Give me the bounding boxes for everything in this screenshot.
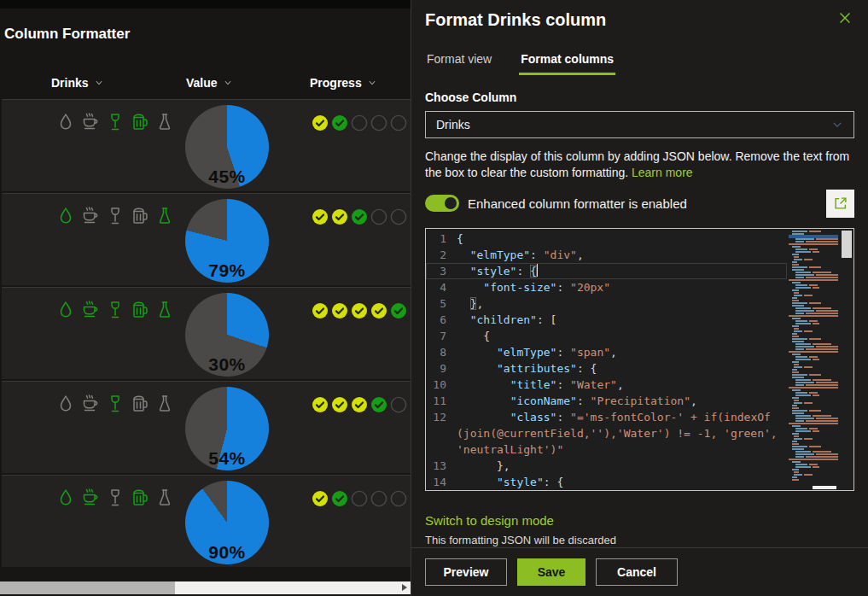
- code-token: {: [457, 330, 490, 342]
- minimap-line: [795, 464, 838, 465]
- code-line[interactable]: 1{: [426, 231, 787, 247]
- preview-button[interactable]: Preview: [425, 558, 507, 586]
- progress-cell: [312, 302, 407, 319]
- beer-mug-icon: [130, 112, 150, 132]
- scrollbar-thumb[interactable]: [0, 581, 175, 594]
- minimap-line: [792, 361, 838, 363]
- code-lines[interactable]: 1{2 "elmType": "div",3 "style": {4 "font…: [426, 231, 787, 491]
- minimap-line: [792, 269, 838, 271]
- line-number: [426, 490, 457, 491]
- minimap-line: [794, 259, 838, 260]
- minimap-line: [792, 333, 838, 335]
- minimap-line: [795, 343, 838, 345]
- code-line[interactable]: (join(@currentField,''),'Water') != -1, …: [426, 425, 787, 441]
- minimap-line: [795, 320, 838, 322]
- minimap-line: [795, 307, 838, 309]
- code-line[interactable]: 13 },: [426, 458, 787, 474]
- coffee-cup-icon: [80, 206, 101, 226]
- code-line[interactable]: 3 "style": {: [426, 263, 787, 279]
- code-text: },: [457, 458, 510, 474]
- progress-check-icon: [312, 490, 329, 507]
- coffee-cup-icon: [80, 112, 101, 132]
- code-line[interactable]: 10 "title": "Water",: [426, 377, 787, 393]
- minimap-line: [792, 231, 838, 232]
- beer-mug-icon: [130, 394, 150, 414]
- code-line[interactable]: 7 {: [426, 328, 787, 344]
- code-line[interactable]: 12 "class": "='ms-fontColor-' + if(index…: [426, 409, 787, 425]
- list-rows: 45%79%30%54%90%: [0, 0, 411, 596]
- beer-mug-icon: [130, 206, 150, 226]
- code-line[interactable]: 5 },: [426, 295, 787, 312]
- expand-editor-button[interactable]: [826, 190, 854, 218]
- progress-check-icon: [331, 396, 348, 413]
- cancel-button[interactable]: Cancel: [596, 558, 678, 586]
- column-select[interactable]: Drinks: [425, 111, 854, 138]
- code-text: "title": "Water",: [457, 377, 624, 393]
- table-row[interactable]: 54%: [2, 381, 411, 473]
- minimap-line: [792, 377, 838, 378]
- minimap-line: [792, 354, 838, 355]
- table-row[interactable]: 90%: [2, 475, 411, 567]
- minimap-line: [789, 315, 838, 317]
- progress-check-icon: [312, 114, 329, 131]
- code-line[interactable]: 8 "elmType": "span",: [426, 344, 787, 360]
- code-token: [457, 378, 510, 391]
- minimap-line: [789, 243, 838, 245]
- code-token: {: [457, 232, 463, 245]
- progress-check-icon: [351, 302, 368, 319]
- line-number: 14: [426, 474, 457, 490]
- code-token: [457, 476, 497, 488]
- progress-check-icon: [331, 302, 348, 319]
- flask-icon: [154, 394, 175, 414]
- code-line[interactable]: 14 "style": {: [426, 474, 787, 490]
- code-line[interactable]: 6 "children": [: [426, 312, 787, 328]
- minimap-line: [792, 443, 838, 445]
- code-text: "style": {: [457, 474, 563, 490]
- water-drop-icon: [55, 488, 76, 508]
- wine-glass-icon: [105, 112, 125, 132]
- minimap-line: [795, 274, 838, 276]
- minimap-line: [795, 284, 838, 286]
- json-code-editor[interactable]: 1{2 "elmType": "div",3 "style": {4 "font…: [425, 228, 854, 491]
- code-line[interactable]: "attributes": {: [426, 490, 787, 491]
- table-row[interactable]: 45%: [2, 99, 411, 191]
- editor-horizontal-scrollbar[interactable]: [813, 486, 836, 489]
- minimap-line: [789, 351, 838, 353]
- minimap-line: [789, 279, 838, 281]
- learn-more-link[interactable]: Learn more: [632, 166, 693, 179]
- beer-mug-icon: [130, 300, 150, 320]
- editor-minimap[interactable]: [789, 231, 838, 488]
- tab-format-columns[interactable]: Format columns: [519, 49, 615, 75]
- format-column-panel: Format Drinks column Format view Format …: [411, 0, 868, 596]
- table-row[interactable]: 30%: [2, 287, 411, 379]
- close-icon: [837, 10, 853, 26]
- line-number: 8: [426, 344, 457, 360]
- code-token: :: [577, 394, 591, 407]
- tab-format-view[interactable]: Format view: [425, 49, 493, 75]
- code-line[interactable]: 9 "attributes": {: [426, 360, 787, 377]
- horizontal-scrollbar[interactable]: [0, 581, 411, 594]
- minimap-line: [795, 323, 838, 324]
- minimap-line: [794, 328, 838, 330]
- progress-check-icon: [370, 396, 387, 413]
- minimap-line: [795, 428, 838, 429]
- scroll-right-arrow-icon[interactable]: [402, 584, 407, 591]
- minimap-line: [792, 410, 838, 412]
- minimap-line: [789, 387, 838, 389]
- code-token: "Precipitation": [591, 394, 690, 407]
- code-line[interactable]: 11 "iconName": "Precipitation",: [426, 393, 787, 409]
- code-line[interactable]: 'neutralLight')": [426, 441, 787, 458]
- close-button[interactable]: [837, 10, 854, 27]
- code-line[interactable]: 4 "font-size": "20px": [426, 279, 787, 295]
- minimap-line: [792, 461, 838, 463]
- editor-vertical-scrollbar[interactable]: [842, 231, 852, 258]
- minimap-line: [795, 453, 838, 455]
- switch-design-mode-link[interactable]: Switch to design mode: [425, 513, 854, 528]
- enhanced-formatter-toggle[interactable]: [425, 195, 459, 212]
- code-text: },: [457, 295, 483, 312]
- save-button[interactable]: Save: [517, 558, 585, 586]
- flask-icon: [154, 112, 175, 132]
- table-row[interactable]: 79%: [2, 193, 411, 285]
- code-line[interactable]: 2 "elmType": "div",: [426, 247, 787, 263]
- drinks-cell: [55, 488, 175, 508]
